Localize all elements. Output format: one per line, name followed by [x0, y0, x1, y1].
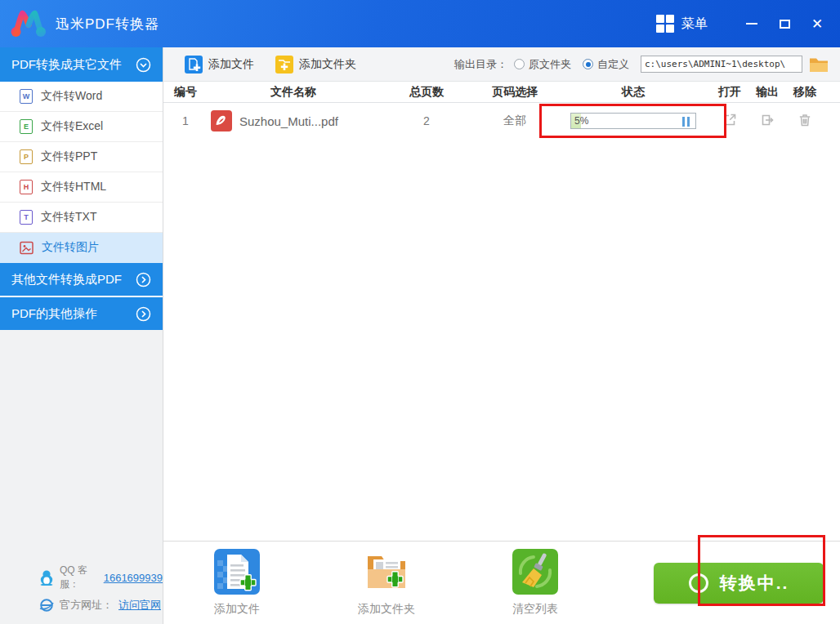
page-range: 全部	[474, 114, 556, 128]
chevron-right-circle-icon	[136, 272, 151, 287]
ppt-doc-icon: P	[20, 149, 33, 164]
file-list: 1 Suzhou_Muti...pdf 2 全部 5%	[163, 103, 840, 541]
sidebar-item-pdf-to-excel[interactable]: E 文件转Excel	[0, 112, 163, 142]
progress-label: 5%	[574, 114, 588, 128]
sidebar-item-pdf-to-html[interactable]: H 文件转HTML	[0, 172, 163, 203]
bottom-bar: 添加文件 添加文件夹 清空列表 转换中..	[163, 541, 840, 624]
clear-list-action-label: 清空列表	[512, 602, 558, 617]
menu-grid-icon	[656, 15, 674, 33]
browser-icon	[39, 598, 54, 613]
open-file-button[interactable]	[722, 112, 738, 128]
table-row[interactable]: 1 Suzhou_Muti...pdf 2 全部 5%	[163, 103, 840, 139]
col-header-remove: 移除	[786, 85, 824, 100]
maximize-button[interactable]	[768, 10, 801, 38]
radio-source-icon	[514, 59, 525, 69]
pause-button[interactable]	[682, 117, 690, 127]
sidebar-section-label: 其他文件转换成PDF	[11, 272, 122, 287]
pdf-file-icon	[211, 110, 232, 131]
progress-bar: 5%	[570, 113, 696, 129]
main-panel: 添加文件 添加文件夹 输出目录： 原文件夹 自定义	[163, 47, 840, 624]
pause-icon	[682, 117, 685, 127]
sidebar-item-label: 文件转Word	[41, 89, 102, 104]
official-site-label: 官方网址：	[60, 598, 113, 613]
delete-file-button[interactable]	[797, 112, 813, 128]
output-dir-label: 输出目录：	[454, 57, 507, 72]
add-file-button[interactable]: 添加文件	[185, 56, 254, 74]
page-count: 2	[379, 114, 474, 127]
col-header-no: 编号	[163, 85, 208, 100]
txt-doc-icon: T	[20, 210, 33, 225]
minimize-button[interactable]	[735, 10, 768, 38]
sidebar-item-label: 文件转PPT	[41, 149, 97, 164]
add-folder-action-label: 添加文件夹	[358, 602, 415, 617]
col-header-filename: 文件名称	[208, 85, 379, 100]
spinner-icon	[689, 573, 708, 593]
open-output-button[interactable]	[759, 112, 775, 128]
html-doc-icon: H	[20, 180, 33, 194]
convert-button-label: 转换中..	[720, 572, 789, 595]
app-title: 迅米PDF转换器	[56, 15, 159, 33]
sidebar-item-label: 文件转TXT	[41, 210, 96, 225]
add-file-action-button[interactable]: 添加文件	[214, 549, 260, 617]
sidebar-item-pdf-to-ppt[interactable]: P 文件转PPT	[0, 142, 163, 172]
maximize-icon	[780, 20, 790, 29]
output-path-input[interactable]	[641, 56, 802, 73]
chevron-right-circle-icon	[136, 306, 151, 322]
sidebar-item-label: 文件转Excel	[41, 119, 103, 134]
table-header: 编号 文件名称 总页数 页码选择 状态 打开 输出 移除	[163, 82, 840, 103]
col-header-pages: 总页数	[379, 85, 474, 100]
browse-folder-button[interactable]	[809, 56, 829, 73]
row-number: 1	[163, 114, 208, 127]
qq-service-label: QQ 客服：	[60, 564, 98, 591]
radio-source-label: 原文件夹	[529, 57, 571, 72]
sidebar-section-other-to-pdf[interactable]: 其他文件转换成PDF	[0, 263, 163, 296]
pause-icon	[687, 117, 690, 127]
menu-button[interactable]: 菜单	[656, 15, 708, 33]
official-site-link[interactable]: 访问官网	[118, 598, 161, 613]
convert-button[interactable]: 转换中..	[654, 563, 824, 604]
radio-custom-label: 自定义	[597, 57, 629, 72]
col-header-range: 页码选择	[474, 85, 556, 100]
radio-custom[interactable]: 自定义	[583, 57, 629, 72]
toolbar: 添加文件 添加文件夹 输出目录： 原文件夹 自定义	[163, 47, 840, 82]
add-folder-icon	[275, 56, 293, 74]
add-file-icon	[185, 56, 203, 74]
app-window: 迅米PDF转换器 菜单 ✕ PDF转换成其它文件 W 文件转Word	[0, 0, 840, 624]
word-doc-icon: W	[20, 89, 33, 104]
sidebar-item-label: 文件转HTML	[41, 180, 106, 194]
clear-list-broom-icon	[512, 549, 558, 595]
radio-source-folder[interactable]: 原文件夹	[514, 57, 571, 72]
sidebar-item-pdf-to-image[interactable]: 文件转图片	[0, 233, 163, 263]
sidebar-item-pdf-to-word[interactable]: W 文件转Word	[0, 82, 163, 112]
excel-doc-icon: E	[20, 119, 33, 134]
sidebar-section-label: PDF转换成其它文件	[11, 57, 122, 73]
minimize-icon	[746, 23, 757, 25]
add-file-action-label: 添加文件	[214, 602, 260, 617]
add-folder-action-button[interactable]: 添加文件夹	[358, 549, 415, 617]
radio-custom-icon	[583, 59, 593, 69]
menu-label: 菜单	[681, 16, 708, 33]
clear-list-action-button[interactable]: 清空列表	[512, 549, 558, 617]
close-icon: ✕	[811, 17, 823, 31]
qq-number-link[interactable]: 1661699939	[104, 572, 163, 584]
image-icon	[20, 241, 34, 255]
add-folder-button[interactable]: 添加文件夹	[275, 56, 356, 74]
sidebar-section-label: PDF的其他操作	[11, 306, 97, 322]
chevron-down-circle-icon	[136, 57, 151, 73]
sidebar: PDF转换成其它文件 W 文件转Word E 文件转Excel P 文件转PPT…	[0, 47, 163, 624]
sidebar-section-pdf-to-other[interactable]: PDF转换成其它文件	[0, 47, 163, 82]
file-name: Suzhou_Muti...pdf	[239, 114, 338, 128]
col-header-status: 状态	[556, 85, 711, 100]
sidebar-section-pdf-other-ops[interactable]: PDF的其他操作	[0, 297, 163, 330]
sidebar-item-label: 文件转图片	[42, 240, 99, 255]
add-file-label: 添加文件	[208, 57, 254, 72]
app-logo-icon	[10, 8, 47, 39]
sidebar-item-pdf-to-txt[interactable]: T 文件转TXT	[0, 203, 163, 233]
titlebar: 迅米PDF转换器 菜单 ✕	[0, 0, 840, 47]
add-folder-big-icon	[364, 549, 409, 595]
qq-icon	[39, 569, 54, 586]
add-file-big-icon	[214, 549, 260, 595]
add-folder-label: 添加文件夹	[299, 57, 356, 72]
close-button[interactable]: ✕	[801, 10, 833, 38]
col-header-output: 输出	[748, 85, 786, 100]
